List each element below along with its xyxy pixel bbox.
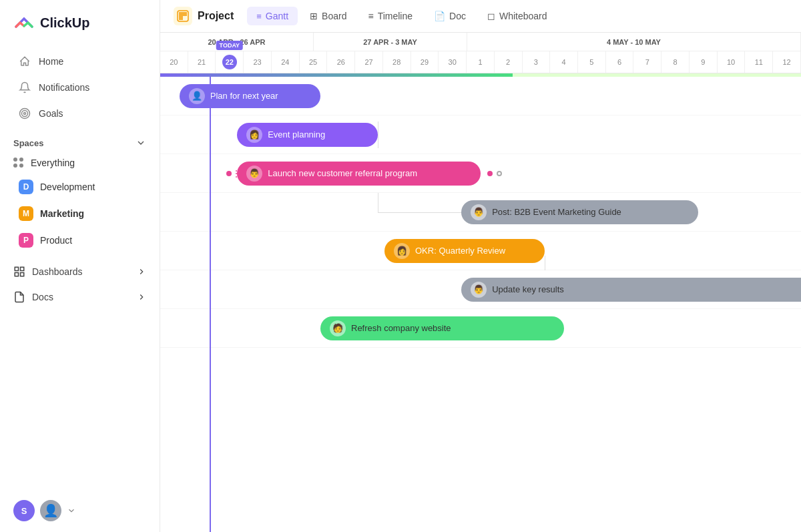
tab-gantt[interactable]: ≡ Gantt bbox=[247, 7, 298, 25]
timeline-tab-label: Timeline bbox=[378, 11, 413, 21]
sidebar-item-product[interactable]: P Product bbox=[5, 228, 154, 253]
today-circle: 22 bbox=[222, 55, 237, 69]
spaces-section-header: Spaces bbox=[0, 129, 160, 152]
today-line bbox=[210, 77, 211, 532]
user-avatar-s[interactable]: S bbox=[13, 500, 35, 521]
gantt-row-plan[interactable]: 👤 Plan for next year bbox=[160, 77, 801, 115]
sidebar-item-development[interactable]: D Development bbox=[5, 174, 154, 200]
today-cell: TODAY22 bbox=[216, 51, 244, 73]
board-tab-icon: ⊞ bbox=[310, 11, 318, 21]
dashboards-label: Dashboards bbox=[32, 266, 83, 277]
goals-icon bbox=[19, 107, 31, 119]
everything-label: Everything bbox=[31, 158, 75, 168]
project-title-area: Project bbox=[174, 7, 234, 25]
sidebar-item-dashboards[interactable]: Dashboards bbox=[0, 259, 160, 284]
gantt-body: 👤 Plan for next year 👩 Event planning ⋮⋮… bbox=[160, 77, 801, 532]
week-2: 27 APR - 3 MAY bbox=[314, 33, 467, 51]
everything-icon bbox=[13, 158, 24, 168]
sidebar: ClickUp Home Notifications Goals Spaces bbox=[0, 0, 160, 532]
sidebar-item-everything[interactable]: Everything bbox=[0, 152, 160, 174]
day-cell: 21 bbox=[188, 51, 216, 73]
tab-timeline[interactable]: ≡ Timeline bbox=[358, 7, 422, 25]
tab-whiteboard[interactable]: ◻ Whiteboard bbox=[478, 7, 557, 25]
day-cell: 11 bbox=[745, 51, 773, 73]
home-icon bbox=[19, 55, 31, 67]
svg-rect-6 bbox=[21, 273, 24, 276]
bar-avatar-plan: 👤 bbox=[189, 88, 205, 104]
goals-label: Goals bbox=[39, 108, 63, 119]
gantt-row-event[interactable]: 👩 Event planning bbox=[160, 115, 801, 154]
docs-chevron-icon bbox=[137, 292, 146, 302]
bar-referral-label: Launch new customer referral program bbox=[268, 168, 417, 178]
timeline-tab-icon: ≡ bbox=[368, 11, 373, 21]
b2b-dependency-line bbox=[378, 193, 378, 213]
day-cell: 6 bbox=[606, 51, 634, 73]
gantt-row-b2b[interactable]: 👨 Post: B2B Event Marketing Guide bbox=[160, 193, 801, 232]
user-avatar-photo[interactable]: 👤 bbox=[40, 500, 61, 521]
sidebar-item-notifications[interactable]: Notifications bbox=[5, 75, 154, 100]
gantt-area: 20 APR - 26 APR 27 APR - 3 MAY 4 MAY - 1… bbox=[160, 33, 801, 532]
logo[interactable]: ClickUp bbox=[0, 0, 160, 45]
bar-plan-label: Plan for next year bbox=[210, 91, 278, 101]
bar-okr[interactable]: 👩 OKR: Quarterly Review bbox=[384, 239, 545, 263]
bar-okr-label: OKR: Quarterly Review bbox=[415, 246, 505, 256]
gantt-row-update[interactable]: 👨 Update key results bbox=[160, 270, 801, 309]
bar-b2b[interactable]: 👨 Post: B2B Event Marketing Guide bbox=[461, 200, 698, 224]
svg-point-1 bbox=[22, 111, 28, 117]
development-label: Development bbox=[40, 182, 95, 192]
day-cell: 30 bbox=[439, 51, 467, 73]
bar-avatar-okr: 👩 bbox=[394, 243, 410, 259]
product-badge: P bbox=[19, 233, 33, 248]
whiteboard-tab-label: Whiteboard bbox=[499, 11, 547, 21]
sidebar-item-marketing[interactable]: M Marketing bbox=[5, 201, 154, 226]
bar-refresh[interactable]: 🧑 Refresh company website bbox=[320, 316, 564, 340]
day-cell: 8 bbox=[661, 51, 690, 73]
docs-icon bbox=[13, 291, 25, 303]
gantt-row-referral[interactable]: ⋮⋮ 👨 Launch new customer referral progra… bbox=[160, 154, 801, 193]
bar-referral[interactable]: 👨 Launch new customer referral program bbox=[237, 162, 481, 186]
bar-avatar-refresh: 🧑 bbox=[330, 320, 346, 336]
date-header: 20 APR - 26 APR 27 APR - 3 MAY 4 MAY - 1… bbox=[160, 33, 801, 73]
board-tab-label: Board bbox=[322, 11, 346, 21]
marketing-label: Marketing bbox=[40, 208, 84, 219]
day-cell: 5 bbox=[578, 51, 606, 73]
referral-left-dot bbox=[226, 171, 232, 176]
user-initial: S bbox=[21, 506, 27, 516]
day-cell: 2 bbox=[495, 51, 523, 73]
gantt-row-okr[interactable]: 👩 OKR: Quarterly Review bbox=[160, 232, 801, 270]
bar-plan-next-year[interactable]: 👤 Plan for next year bbox=[180, 84, 320, 108]
dashboards-chevron-icon bbox=[137, 267, 146, 276]
gantt-row-refresh[interactable]: 🧑 Refresh company website bbox=[160, 309, 801, 348]
day-cell: 10 bbox=[718, 51, 746, 73]
gantt-tab-icon: ≡ bbox=[256, 11, 262, 21]
tab-board[interactable]: ⊞ Board bbox=[300, 7, 356, 25]
clickup-logo-icon bbox=[13, 12, 35, 33]
sidebar-item-goals[interactable]: Goals bbox=[5, 101, 154, 126]
chevron-down-icon bbox=[136, 138, 146, 148]
spaces-label: Spaces bbox=[13, 138, 44, 148]
bar-event-planning[interactable]: 👩 Event planning bbox=[237, 123, 378, 147]
whiteboard-tab-icon: ◻ bbox=[487, 11, 495, 21]
day-cell: 1 bbox=[467, 51, 495, 73]
sidebar-item-docs[interactable]: Docs bbox=[0, 284, 160, 310]
day-cell: 20 bbox=[160, 51, 188, 73]
bar-update[interactable]: 👨 Update key results bbox=[461, 278, 801, 302]
main-content: Project ≡ Gantt ⊞ Board ≡ Timeline 📄 Doc… bbox=[160, 0, 801, 532]
sidebar-nav: Home Notifications Goals bbox=[0, 45, 160, 129]
tab-doc[interactable]: 📄 Doc bbox=[425, 7, 475, 25]
gantt-tab-label: Gantt bbox=[266, 11, 288, 21]
bar-avatar-referral: 👨 bbox=[246, 166, 262, 182]
sidebar-item-home[interactable]: Home bbox=[5, 49, 154, 74]
bell-icon bbox=[19, 81, 31, 93]
svg-rect-3 bbox=[15, 267, 18, 270]
project-icon bbox=[174, 7, 192, 25]
b2b-dependency-h bbox=[378, 212, 461, 213]
okr-dep-v bbox=[545, 256, 545, 270]
product-label: Product bbox=[40, 235, 72, 246]
marketing-badge: M bbox=[19, 206, 33, 221]
day-cell: 3 bbox=[523, 51, 551, 73]
bottom-sections: Dashboards Docs bbox=[0, 254, 160, 315]
day-cell: 12 bbox=[773, 51, 801, 73]
bar-refresh-label: Refresh company website bbox=[351, 323, 451, 333]
day-cell: 27 bbox=[355, 51, 383, 73]
